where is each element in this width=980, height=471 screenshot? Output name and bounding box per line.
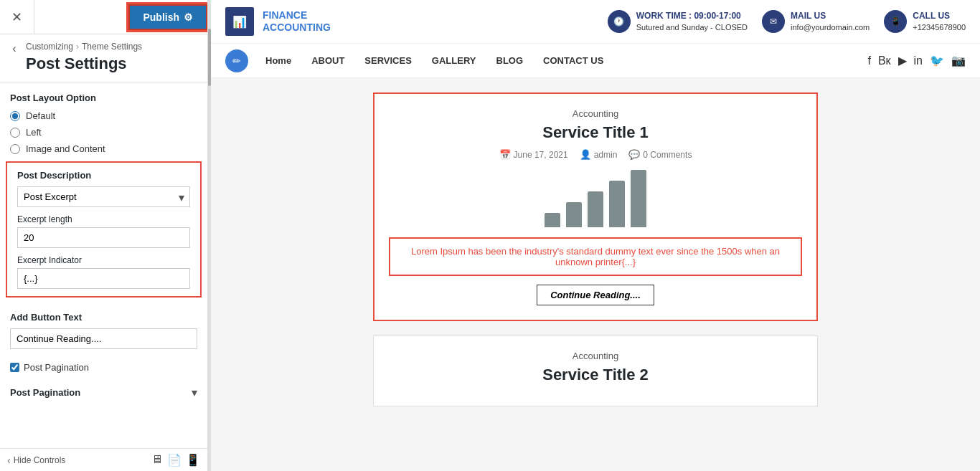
mail-icon: ✉ (762, 10, 785, 33)
post-description-title: Post Description (17, 170, 190, 181)
desktop-icon[interactable]: 🖥 (151, 453, 163, 467)
post1-title: Service Title 1 (389, 123, 802, 142)
add-button-input[interactable] (10, 328, 197, 349)
twitter-icon[interactable]: 🐦 (930, 54, 944, 67)
radio-left-input[interactable] (10, 128, 20, 138)
logo-line2: ACCOUNTING (263, 22, 331, 34)
radio-default[interactable]: Default (10, 110, 197, 121)
post-card-1: Accounting Service Title 1 📅 June 17, 20… (373, 92, 818, 321)
clock-icon: 🕐 (608, 10, 631, 33)
mobile-icon[interactable]: 📱 (186, 453, 200, 467)
bar-5 (631, 170, 646, 227)
header-info: 🕐 WORK TIME : 09:00-17:00 Sutured and Su… (608, 10, 966, 33)
excerpt-indicator-label: Excerpt Indicator (17, 255, 190, 265)
close-icon: ✕ (11, 9, 22, 25)
excerpt-indicator-input[interactable] (17, 268, 190, 289)
facebook-icon[interactable]: f (867, 54, 870, 67)
logo-icon: 📊 (225, 7, 254, 36)
scroll-thumb[interactable] (208, 29, 211, 86)
breadcrumb-theme-settings[interactable]: Theme Settings (82, 42, 142, 52)
phone-icon: 📱 (884, 10, 907, 33)
sidebar: ✕ Publish ⚙ ‹ Customizing › Theme Settin… (0, 0, 208, 471)
site-header: 📊 FINANCE ACCOUNTING 🕐 WORK TIME : 09:00… (211, 0, 980, 44)
post-excerpt-select-wrapper: Post Excerpt Full Content None (17, 186, 190, 207)
breadcrumb: Customizing › Theme Settings (0, 34, 207, 52)
post1-comments: 💬 0 Comments (628, 149, 692, 160)
post1-date-text: June 17, 2021 (514, 150, 568, 160)
continue-btn-wrap: Continue Reading.... (389, 285, 802, 305)
post-pagination-checkbox-row: Post Pagination (0, 356, 207, 379)
post1-category: Accounting (389, 108, 802, 119)
radio-default-label: Default (26, 110, 55, 121)
call-title: CALL US (913, 10, 966, 22)
nav-links: ✏ Home ABOUT SERVICES GALLERY BLOG CONTA… (225, 44, 613, 78)
radio-image-content-label: Image and Content (26, 143, 105, 154)
user-icon: 👤 (580, 149, 591, 160)
instagram-icon[interactable]: 📷 (951, 54, 966, 67)
nav-bar: ✏ Home ABOUT SERVICES GALLERY BLOG CONTA… (211, 44, 980, 78)
post1-author-text: admin (594, 150, 618, 160)
logo-area: 📊 FINANCE ACCOUNTING (225, 7, 331, 36)
mail-subtitle: info@yourdomain.com (791, 23, 870, 32)
post1-date: 📅 June 17, 2021 (499, 149, 568, 160)
linkedin-icon[interactable]: in (914, 54, 923, 67)
call-subtitle: +12345678900 (913, 23, 966, 32)
nav-services[interactable]: SERVICES (354, 44, 422, 78)
pagination-chevron[interactable]: ▾ (192, 386, 197, 399)
post-pagination-checkbox[interactable] (10, 363, 19, 372)
content-area: Accounting Service Title 1 📅 June 17, 20… (211, 78, 980, 471)
hide-controls-button[interactable]: ‹ Hide Controls (7, 455, 65, 466)
gear-icon: ⚙ (184, 11, 193, 23)
nav-blog[interactable]: BLOG (486, 44, 534, 78)
main-content: 📊 FINANCE ACCOUNTING 🕐 WORK TIME : 09:00… (211, 0, 980, 471)
logo-line1: FINANCE (263, 9, 331, 22)
breadcrumb-separator: › (76, 42, 79, 52)
post-layout-title: Post Layout Option (10, 92, 197, 103)
breadcrumb-customizing[interactable]: Customizing (26, 42, 73, 52)
work-time-info: 🕐 WORK TIME : 09:00-17:00 Sutured and Su… (608, 10, 748, 33)
vk-icon[interactable]: Вк (878, 54, 891, 67)
scroll-divider (208, 0, 211, 471)
post-layout-options: Default Left Image and Content (10, 110, 197, 154)
radio-image-content[interactable]: Image and Content (10, 143, 197, 154)
nav-home[interactable]: Home (255, 44, 301, 78)
add-button-title: Add Button Text (10, 312, 197, 323)
nav-about[interactable]: ABOUT (301, 44, 354, 78)
tablet-icon[interactable]: 📄 (167, 453, 182, 467)
back-button[interactable]: ‹ (6, 40, 23, 57)
bar-4 (609, 181, 625, 227)
logo-text: FINANCE ACCOUNTING (263, 9, 331, 34)
post1-comments-text: 0 Comments (643, 150, 692, 160)
add-button-section: Add Button Text (0, 305, 207, 356)
hide-controls-label: Hide Controls (14, 455, 66, 465)
hide-controls-chevron: ‹ (7, 455, 11, 466)
excerpt-length-input[interactable] (17, 227, 190, 248)
close-button[interactable]: ✕ (0, 0, 34, 34)
pagination-section-title: Post Pagination (10, 387, 80, 398)
social-icons: f Вк ▶ in 🐦 📷 (867, 54, 966, 67)
call-text: CALL US +12345678900 (913, 10, 966, 33)
nav-gallery[interactable]: GALLERY (422, 44, 486, 78)
post1-meta: 📅 June 17, 2021 👤 admin 💬 0 Comments (389, 149, 802, 160)
post2-category: Accounting (388, 351, 803, 361)
work-time-subtitle: Sutured and Sunday - CLOSED (636, 23, 748, 32)
youtube-icon[interactable]: ▶ (898, 54, 907, 67)
radio-image-content-input[interactable] (10, 144, 20, 154)
bar-1 (545, 213, 560, 227)
work-time-title: WORK TIME : 09:00-17:00 (636, 10, 748, 22)
post-layout-section: Post Layout Option Default Left Image an… (0, 82, 207, 161)
continue-reading-button[interactable]: Continue Reading.... (537, 285, 654, 305)
nav-contact[interactable]: CONTACT US (533, 44, 613, 78)
mail-info: ✉ MAIL US info@yourdomain.com (762, 10, 870, 33)
radio-left[interactable]: Left (10, 127, 197, 138)
post1-chart (389, 170, 802, 227)
device-icons-group: 🖥 📄 📱 (151, 453, 200, 467)
post-pagination-section: Post Pagination ▾ (0, 379, 207, 406)
radio-default-input[interactable] (10, 111, 20, 121)
publish-button[interactable]: Publish ⚙ (128, 4, 207, 30)
mail-title: MAIL US (791, 10, 870, 22)
calendar-icon: 📅 (499, 149, 511, 160)
radio-left-label: Left (26, 127, 42, 138)
post-excerpt-select[interactable]: Post Excerpt Full Content None (17, 186, 190, 207)
bar-3 (588, 191, 603, 227)
